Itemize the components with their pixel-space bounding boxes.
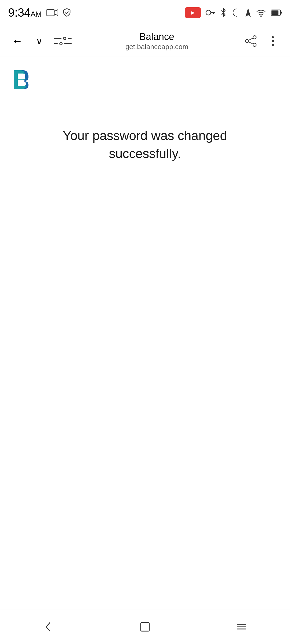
- page-content: Your password was changed successfully.: [0, 57, 290, 163]
- system-home-icon: [138, 620, 152, 634]
- key-icon: [205, 8, 215, 17]
- signal-icon: [245, 8, 251, 17]
- svg-point-10: [253, 36, 256, 39]
- system-back-icon: [41, 620, 55, 634]
- system-recents-button[interactable]: [226, 616, 258, 638]
- success-message: Your password was changed successfully.: [10, 127, 280, 163]
- svg-marker-5: [246, 9, 250, 16]
- more-options-button[interactable]: [263, 31, 282, 51]
- svg-point-6: [260, 16, 262, 17]
- nav-bar: ← ∨ Balance get.balanceapp.com: [0, 25, 290, 57]
- system-back-button[interactable]: [32, 616, 64, 638]
- nav-actions: [241, 31, 282, 51]
- system-recents-icon: [235, 620, 249, 634]
- svg-rect-8: [271, 10, 278, 15]
- share-button[interactable]: [241, 31, 260, 51]
- status-bar-right: [185, 7, 282, 18]
- bottom-nav-bar: [0, 609, 290, 644]
- share-icon: [244, 35, 257, 47]
- battery-icon: [271, 9, 282, 16]
- tabs-sliders-icon: [54, 37, 72, 45]
- svg-rect-0: [47, 9, 54, 16]
- svg-point-15: [272, 36, 274, 38]
- svg-point-16: [272, 40, 274, 42]
- moon-icon: [231, 8, 241, 17]
- chevron-down-icon: ∨: [36, 35, 43, 47]
- record-icon: [185, 7, 201, 18]
- svg-point-11: [245, 39, 249, 43]
- svg-rect-9: [281, 12, 282, 14]
- pay-icon: [62, 8, 72, 17]
- status-bar: 9:34AM: [0, 0, 290, 25]
- site-url: get.balanceapp.com: [125, 43, 188, 51]
- svg-point-1: [206, 10, 211, 15]
- video-icon: [46, 8, 58, 17]
- back-arrow-icon: ←: [12, 35, 23, 47]
- success-text: Your password was changed successfully.: [26, 127, 264, 163]
- status-time: 9:34AM: [8, 6, 42, 19]
- balance-b-logo: [10, 68, 34, 92]
- tabs-button[interactable]: [53, 31, 73, 51]
- back-button[interactable]: ←: [8, 31, 27, 51]
- site-info: Balance get.balanceapp.com: [73, 31, 241, 51]
- status-bar-left: 9:34AM: [8, 6, 72, 19]
- status-icons-left: [46, 8, 72, 17]
- svg-rect-18: [141, 623, 149, 631]
- svg-point-17: [272, 44, 274, 46]
- more-options-icon: [271, 35, 275, 47]
- brand-logo: [10, 68, 31, 89]
- svg-line-13: [249, 38, 253, 40]
- svg-point-12: [253, 43, 256, 46]
- dropdown-button[interactable]: ∨: [30, 31, 49, 51]
- bluetooth-icon: [220, 8, 227, 17]
- wifi-icon: [256, 8, 266, 17]
- site-title: Balance: [139, 31, 174, 42]
- svg-line-14: [249, 42, 253, 44]
- system-home-button[interactable]: [129, 616, 161, 638]
